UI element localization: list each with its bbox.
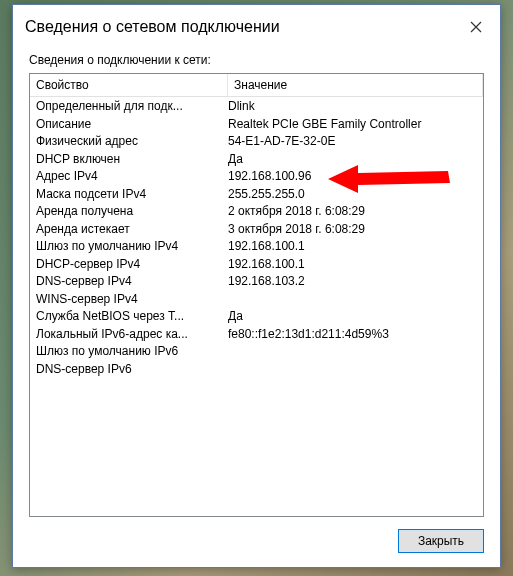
table-row[interactable]: DNS-сервер IPv6 xyxy=(30,361,483,379)
value-cell xyxy=(228,291,483,309)
property-cell: Определенный для подк... xyxy=(36,98,228,116)
value-cell: 192.168.103.2 xyxy=(228,273,483,291)
table-row[interactable]: Аренда истекает3 октября 2018 г. 6:08:29 xyxy=(30,221,483,239)
table-row[interactable]: DNS-сервер IPv4192.168.103.2 xyxy=(30,273,483,291)
property-cell: DHCP-сервер IPv4 xyxy=(36,256,228,274)
close-button[interactable]: Закрыть xyxy=(398,529,484,553)
value-cell: 192.168.100.1 xyxy=(228,238,483,256)
property-cell: DNS-сервер IPv4 xyxy=(36,273,228,291)
property-cell: WINS-сервер IPv4 xyxy=(36,291,228,309)
table-row[interactable]: ОписаниеRealtek PCIe GBE Family Controll… xyxy=(30,116,483,134)
property-cell: Локальный IPv6-адрес ка... xyxy=(36,326,228,344)
table-row[interactable]: Шлюз по умолчанию IPv6 xyxy=(30,343,483,361)
property-cell: DHCP включен xyxy=(36,151,228,169)
value-cell: Realtek PCIe GBE Family Controller xyxy=(228,116,483,134)
value-cell: Да xyxy=(228,151,483,169)
value-cell: 2 октября 2018 г. 6:08:29 xyxy=(228,203,483,221)
property-cell: Физический адрес xyxy=(36,133,228,151)
subtitle-label: Сведения о подключении к сети: xyxy=(13,45,500,71)
table-row[interactable]: Физический адрес54-E1-AD-7E-32-0E xyxy=(30,133,483,151)
value-cell: Да xyxy=(228,308,483,326)
property-cell: Описание xyxy=(36,116,228,134)
column-header-value[interactable]: Значение xyxy=(228,74,483,96)
table-row[interactable]: Определенный для подк...Dlink xyxy=(30,98,483,116)
property-cell: Адрес IPv4 xyxy=(36,168,228,186)
table-row[interactable]: DHCP включенДа xyxy=(30,151,483,169)
value-cell: 54-E1-AD-7E-32-0E xyxy=(228,133,483,151)
property-cell: Служба NetBIOS через T... xyxy=(36,308,228,326)
value-cell: 3 октября 2018 г. 6:08:29 xyxy=(228,221,483,239)
list-rows: Определенный для подк...DlinkОписаниеRea… xyxy=(30,97,483,378)
table-row[interactable]: WINS-сервер IPv4 xyxy=(30,291,483,309)
value-cell xyxy=(228,343,483,361)
table-row[interactable]: Адрес IPv4192.168.100.96 xyxy=(30,168,483,186)
table-row[interactable]: Локальный IPv6-адрес ка...fe80::f1e2:13d… xyxy=(30,326,483,344)
value-cell: fe80::f1e2:13d1:d211:4d59%3 xyxy=(228,326,483,344)
dialog-window: Сведения о сетевом подключении Сведения … xyxy=(12,4,501,568)
close-icon[interactable] xyxy=(464,15,488,39)
table-row[interactable]: Аренда получена2 октября 2018 г. 6:08:29 xyxy=(30,203,483,221)
property-cell: Маска подсети IPv4 xyxy=(36,186,228,204)
table-row[interactable]: DHCP-сервер IPv4192.168.100.1 xyxy=(30,256,483,274)
details-list: Свойство Значение Определенный для подк.… xyxy=(29,73,484,517)
value-cell: 192.168.100.1 xyxy=(228,256,483,274)
value-cell: 255.255.255.0 xyxy=(228,186,483,204)
property-cell: Шлюз по умолчанию IPv6 xyxy=(36,343,228,361)
button-bar: Закрыть xyxy=(13,517,500,567)
column-header-property[interactable]: Свойство xyxy=(30,74,228,96)
property-cell: DNS-сервер IPv6 xyxy=(36,361,228,379)
table-row[interactable]: Служба NetBIOS через T...Да xyxy=(30,308,483,326)
list-header: Свойство Значение xyxy=(30,74,483,97)
property-cell: Шлюз по умолчанию IPv4 xyxy=(36,238,228,256)
table-row[interactable]: Маска подсети IPv4255.255.255.0 xyxy=(30,186,483,204)
table-row[interactable]: Шлюз по умолчанию IPv4192.168.100.1 xyxy=(30,238,483,256)
property-cell: Аренда получена xyxy=(36,203,228,221)
property-cell: Аренда истекает xyxy=(36,221,228,239)
value-cell xyxy=(228,361,483,379)
titlebar: Сведения о сетевом подключении xyxy=(13,5,500,45)
value-cell: 192.168.100.96 xyxy=(228,168,483,186)
window-title: Сведения о сетевом подключении xyxy=(25,18,464,36)
value-cell: Dlink xyxy=(228,98,483,116)
